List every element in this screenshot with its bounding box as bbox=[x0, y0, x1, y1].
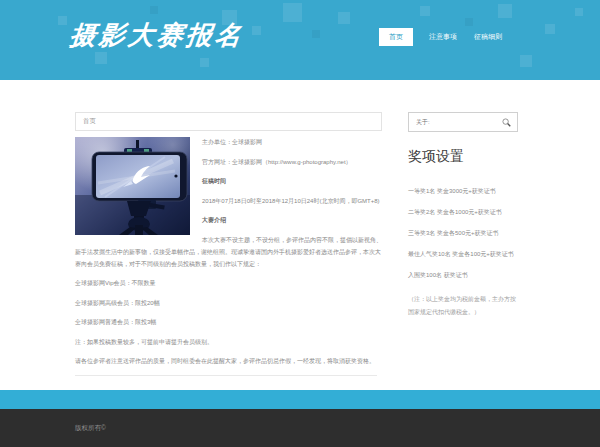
site-logo-title: 摄影大赛报名 bbox=[68, 18, 246, 52]
nav-item-home[interactable]: 首页 bbox=[379, 28, 413, 46]
page-content: 首页 bbox=[0, 80, 600, 390]
article-divider bbox=[75, 375, 377, 376]
intro-text: 本次大赛不设主题，不设分组，参评作品内容不限，提倡以新视角、新手法发掘生活中的新… bbox=[75, 234, 382, 270]
quota-vip: 全球摄影网Vip会员：不限数量 bbox=[75, 277, 382, 289]
site-header: 摄影大赛报名 首页 注意事项 征稿细则 bbox=[0, 0, 600, 80]
awards-note: （注：以上奖金均为税前金额，主办方按国家规定代扣代缴税金。） bbox=[408, 293, 518, 319]
sidebar: 奖项设置 一等奖1名 奖金3000元+获奖证书 二等奖2名 奖金各1000元+获… bbox=[408, 112, 518, 376]
contest-photo bbox=[75, 137, 190, 235]
awards-title: 奖项设置 bbox=[408, 148, 518, 166]
note-line: 注：如果投稿数量较多，可提前申请提升会员级别。 bbox=[75, 336, 382, 348]
award-first: 一等奖1名 奖金3000元+获奖证书 bbox=[408, 186, 518, 197]
breadcrumb[interactable]: 首页 bbox=[75, 112, 382, 131]
main-column: 首页 bbox=[75, 112, 382, 376]
nav-item-rules[interactable]: 征稿细则 bbox=[473, 28, 503, 46]
search-box bbox=[408, 112, 518, 132]
search-input[interactable] bbox=[414, 118, 501, 126]
award-second: 二等奖2名 奖金各1000元+获奖证书 bbox=[408, 207, 518, 218]
award-third: 三等奖3名 奖金各500元+获奖证书 bbox=[408, 228, 518, 239]
nav-item-notes[interactable]: 注意事项 bbox=[428, 28, 458, 46]
award-shortlist: 入围奖100名 获奖证书 bbox=[408, 270, 518, 281]
article-body: 主办单位：全球摄影网 官方网址：全球摄影网（http://www.g-photo… bbox=[75, 136, 382, 376]
warning-line: 请各位参评者注意送评作品的质量，同时组委会在此提醒大家，参评作品切忌作假，一经发… bbox=[75, 355, 382, 367]
award-popularity: 最佳人气奖10名 奖金各100元+获奖证书 bbox=[408, 249, 518, 260]
quota-senior: 全球摄影网高级会员：限投20幅 bbox=[75, 297, 382, 309]
search-icon[interactable] bbox=[501, 117, 512, 128]
site-footer: 版权所有© bbox=[0, 409, 600, 447]
copyright-text: 版权所有© bbox=[75, 424, 106, 433]
quota-normal: 全球摄影网普通会员：限投3幅 bbox=[75, 316, 382, 328]
footer-accent-strip bbox=[0, 390, 600, 409]
main-nav: 首页 注意事项 征稿细则 bbox=[379, 28, 503, 46]
